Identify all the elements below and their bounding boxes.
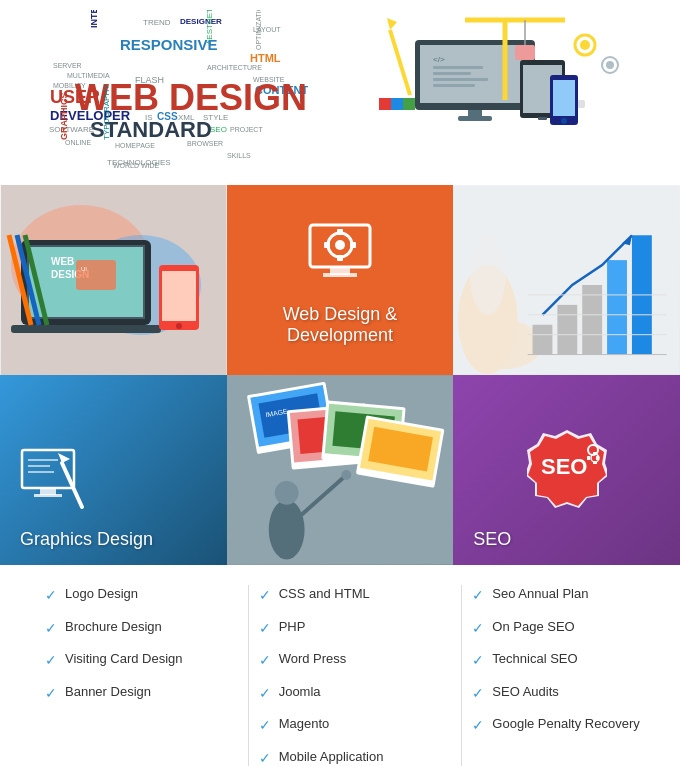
svg-text:SEO: SEO	[541, 454, 587, 479]
service-item-label: Banner Design	[65, 683, 151, 701]
svg-point-128	[341, 470, 351, 480]
grid-section: WEB DESIGN UI	[0, 185, 680, 565]
svg-marker-107	[58, 453, 70, 463]
svg-text:WORLD WIDE: WORLD WIDE	[113, 162, 160, 169]
svg-text:FLASH: FLASH	[135, 75, 164, 85]
check-icon: ✓	[259, 684, 271, 704]
webdev-label: Web Design & Development	[247, 304, 434, 346]
service-col-graphics: ✓ Logo Design ✓ Brochure Design ✓ Visiti…	[30, 585, 243, 766]
svg-rect-40	[433, 78, 488, 81]
svg-point-76	[176, 323, 182, 329]
svg-rect-43	[458, 116, 492, 121]
grid-cell-graphics[interactable]: Graphics Design	[0, 375, 227, 565]
grid-cell-flying[interactable]: IMAGE	[227, 375, 454, 565]
service-item: ✓ Joomla	[259, 683, 442, 704]
svg-rect-39	[433, 72, 471, 75]
service-item: ✓ Seo Annual Plan	[472, 585, 655, 606]
service-item: ✓ CSS and HTML	[259, 585, 442, 606]
svg-line-106	[62, 463, 82, 507]
service-col-seo: ✓ Seo Annual Plan ✓ On Page SEO ✓ Techni…	[457, 585, 670, 766]
svg-text:UI: UI	[81, 266, 87, 272]
service-item: ✓ Magento	[259, 715, 442, 736]
svg-point-102	[470, 235, 506, 315]
svg-text:WEB: WEB	[51, 256, 74, 267]
svg-point-49	[561, 118, 567, 124]
svg-rect-38	[433, 66, 483, 69]
check-icon: ✓	[472, 684, 484, 704]
service-item: ✓ Brochure Design	[45, 618, 228, 639]
svg-text:OPTIMIZATION: OPTIMIZATION	[255, 10, 262, 50]
service-item-label: Google Penalty Recovery	[492, 715, 639, 733]
gear-monitor-icon	[305, 215, 375, 294]
svg-rect-109	[28, 465, 50, 467]
check-icon: ✓	[259, 619, 271, 639]
svg-point-126	[274, 481, 298, 505]
service-item: ✓ Technical SEO	[472, 650, 655, 671]
check-icon: ✓	[472, 619, 484, 639]
svg-rect-92	[558, 305, 578, 355]
service-item-label: CSS and HTML	[279, 585, 370, 603]
svg-text:HOMEPAGE: HOMEPAGE	[115, 142, 155, 149]
svg-text:SKILLS: SKILLS	[227, 152, 251, 159]
grid-cell-laptop[interactable]: WEB DESIGN UI	[0, 185, 227, 375]
svg-rect-105	[34, 494, 62, 497]
svg-rect-88	[350, 242, 356, 248]
svg-line-58	[390, 30, 410, 95]
grid-cell-seo[interactable]: SEO SEO	[453, 375, 680, 565]
svg-rect-93	[583, 285, 603, 355]
check-icon: ✓	[259, 651, 271, 671]
service-item: ✓ Visiting Card Design	[45, 650, 228, 671]
bottom-section: ✓ Logo Design ✓ Brochure Design ✓ Visiti…	[0, 565, 680, 766]
grid-cell-growth[interactable]	[453, 185, 680, 375]
svg-rect-135	[593, 461, 597, 464]
svg-point-55	[580, 40, 590, 50]
service-item-label: Word Press	[279, 650, 347, 668]
svg-rect-87	[324, 242, 330, 248]
growth-photo	[453, 185, 680, 375]
seo-badge-svg: SEO	[527, 428, 607, 508]
service-item-label: Magento	[279, 715, 330, 733]
svg-rect-94	[607, 260, 627, 354]
devices-photo: WEB DESIGN UI	[0, 185, 227, 375]
graphics-label: Graphics Design	[20, 529, 153, 550]
svg-rect-53	[515, 45, 535, 60]
service-item: ✓ PHP	[259, 618, 442, 639]
devices-svg: WEB DESIGN UI	[1, 185, 226, 375]
svg-rect-41	[433, 84, 475, 87]
svg-text:INTERNET: INTERNET	[89, 10, 99, 28]
illustration-svg: </>	[365, 10, 645, 175]
svg-rect-82	[323, 273, 357, 277]
service-item: ✓ On Page SEO	[472, 618, 655, 639]
service-item-label: PHP	[279, 618, 306, 636]
service-item-label: Visiting Card Design	[65, 650, 183, 668]
svg-marker-59	[387, 18, 397, 30]
svg-text:DESIGNER: DESIGNER	[180, 17, 222, 26]
svg-text:PROJECT: PROJECT	[230, 126, 263, 133]
service-item: ✓ Logo Design	[45, 585, 228, 606]
svg-rect-91	[533, 325, 553, 355]
svg-rect-104	[40, 488, 56, 495]
svg-rect-136	[587, 456, 590, 460]
top-illustration: </>	[365, 10, 645, 175]
svg-rect-137	[596, 456, 599, 460]
svg-text:SERVER: SERVER	[53, 62, 82, 69]
grid-cell-webdev[interactable]: Web Design & Development	[227, 185, 454, 375]
service-item: ✓ SEO Audits	[472, 683, 655, 704]
svg-point-125	[268, 500, 304, 560]
svg-text:USER: USER	[50, 87, 100, 107]
check-icon: ✓	[259, 749, 271, 766]
svg-rect-134	[593, 452, 597, 455]
svg-rect-48	[553, 80, 575, 116]
svg-text:ARCHITECTURE: ARCHITECTURE	[207, 64, 262, 71]
service-item-label: Technical SEO	[492, 650, 577, 668]
service-item-label: Joomla	[279, 683, 321, 701]
svg-rect-71	[76, 260, 116, 290]
service-item: ✓ Banner Design	[45, 683, 228, 704]
svg-text:TREND: TREND	[143, 18, 171, 27]
check-icon: ✓	[45, 651, 57, 671]
svg-text:SEO: SEO	[210, 125, 227, 134]
svg-rect-108	[28, 459, 58, 461]
check-icon: ✓	[45, 619, 57, 639]
check-icon: ✓	[45, 586, 57, 606]
word-cloud: INTERNET TREND DESIGNER AESTHETICS LAYOU…	[35, 10, 335, 175]
